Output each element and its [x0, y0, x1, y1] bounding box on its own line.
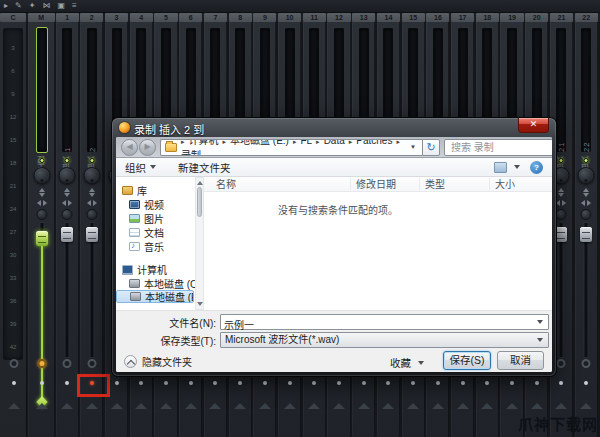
breadcrumb-segment[interactable]: 录制 — [179, 150, 203, 156]
mixer-header-track-7[interactable]: 7 — [204, 13, 227, 22]
sidebar-item-videos[interactable]: 视频 — [116, 197, 195, 211]
close-button[interactable]: ✕ — [518, 118, 549, 133]
mixer-header-track-16[interactable]: 16 — [426, 13, 449, 22]
mixer-header-track-10[interactable]: 10 — [278, 13, 301, 22]
save-button[interactable]: 保存(S) — [443, 351, 491, 370]
fader-cap[interactable] — [555, 227, 567, 242]
record-arm-dot[interactable] — [288, 381, 292, 385]
sidebar-item-disk[interactable]: 本地磁盘 (C:) — [116, 276, 195, 290]
column-header-1[interactable]: 名称 — [216, 177, 236, 192]
record-arm-dot[interactable] — [189, 381, 193, 385]
pan-knob[interactable] — [59, 167, 76, 184]
window-icon[interactable]: ▣ — [57, 0, 65, 12]
record-arm-dot[interactable] — [164, 381, 168, 385]
record-arm-dot[interactable] — [362, 381, 366, 385]
mixer-header-track-13[interactable]: 13 — [352, 13, 375, 22]
star-icon[interactable]: ✦ — [29, 0, 36, 12]
strip-collapse-triangle[interactable] — [36, 403, 48, 409]
strip-collapse-triangle[interactable] — [481, 403, 493, 409]
mixer-header-track-11[interactable]: 11 — [303, 13, 326, 22]
record-arm-dot[interactable] — [115, 381, 119, 385]
record-arm-dot[interactable] — [312, 381, 316, 385]
nudge-arrows-icon[interactable] — [87, 187, 97, 199]
strip-collapse-triangle[interactable] — [432, 403, 444, 409]
fader-cap[interactable] — [580, 227, 592, 242]
mixer-header-track-20[interactable]: 20 — [525, 13, 548, 22]
stereo-sep-knob[interactable] — [581, 209, 592, 220]
hide-folders-button[interactable]: 隐藏文件夹 — [124, 354, 192, 369]
mixer-header-track-6[interactable]: 6 — [179, 13, 202, 22]
pointer-icon[interactable]: ▸ — [4, 0, 8, 12]
enable-led[interactable] — [584, 158, 589, 163]
fader-cap[interactable] — [36, 231, 48, 246]
fx-slot-icon[interactable] — [9, 359, 18, 368]
record-arm-dot[interactable] — [12, 381, 16, 385]
strip-collapse-triangle[interactable] — [86, 403, 98, 409]
refresh-button[interactable]: ↻ — [422, 139, 440, 156]
record-arm-dot[interactable] — [238, 381, 242, 385]
record-arm-dot[interactable] — [40, 381, 44, 385]
breadcrumb-dropdown-icon[interactable]: ▼ — [406, 144, 420, 150]
breadcrumb-segment[interactable]: FL — [298, 139, 314, 147]
fx-slot-icon[interactable] — [87, 359, 96, 368]
filename-input[interactable] — [221, 318, 548, 332]
new-folder-button[interactable]: 新建文件夹 — [178, 160, 231, 175]
strip-collapse-triangle[interactable] — [555, 403, 567, 409]
strip-collapse-triangle[interactable] — [160, 403, 172, 409]
sidebar-item-pictures[interactable]: 图片 — [116, 211, 195, 225]
fx-slot-icon[interactable] — [557, 359, 566, 368]
scroll-up-icon[interactable] — [197, 181, 203, 185]
column-header-2[interactable]: 修改日期 — [356, 177, 396, 192]
sidebar-scrollbar[interactable] — [195, 177, 204, 310]
cancel-button[interactable]: 取消 — [497, 351, 544, 370]
nudge-arrows-icon[interactable] — [37, 187, 47, 199]
mixer-header-track-22[interactable]: 22 — [575, 13, 598, 22]
mixer-header-track-4[interactable]: 4 — [130, 13, 153, 22]
record-arm-dot[interactable] — [535, 381, 539, 385]
column-header-4[interactable]: 大小 — [495, 177, 515, 192]
mixer-header-track-17[interactable]: 17 — [451, 13, 474, 22]
fader-cap[interactable] — [61, 227, 73, 242]
breadcrumb-segment[interactable]: Data — [322, 139, 347, 147]
record-arm-dot[interactable] — [559, 381, 563, 385]
scrollbar-thumb[interactable] — [197, 187, 202, 217]
mixer-strip-insert-22[interactable]: 插入 22 — [575, 22, 598, 437]
stereo-sep-knob[interactable] — [36, 209, 47, 220]
mixer-header-track-1[interactable]: 1 — [56, 13, 79, 22]
breadcrumb-field[interactable]: ▸计算机▸本地磁盘 (E:)▸FL▸Data▸Patches▸录制 ▼ — [160, 139, 422, 156]
sliders-icon[interactable]: ≡ — [72, 0, 77, 12]
nudge-arrows-icon[interactable] — [581, 187, 591, 199]
help-button[interactable]: ? — [530, 161, 543, 174]
sidebar-item-music[interactable]: 音乐 — [116, 239, 195, 253]
sidebar-item-disk-selected[interactable]: 本地磁盘 (E:) — [116, 290, 194, 303]
record-arm-dot[interactable] — [461, 381, 465, 385]
scroll-down-icon[interactable] — [197, 302, 203, 306]
enable-led[interactable] — [559, 158, 564, 163]
nudge-arrows-icon[interactable] — [556, 187, 566, 199]
sidebar-item-computer[interactable]: 计算机 — [116, 262, 195, 276]
search-input[interactable] — [449, 141, 552, 154]
mixer-header-track-21[interactable]: 21 — [550, 13, 573, 22]
nudge-arrows-icon[interactable] — [62, 187, 72, 199]
record-arm-dot[interactable] — [411, 381, 415, 385]
record-arm-dot[interactable] — [65, 381, 69, 385]
strip-collapse-triangle[interactable] — [234, 403, 246, 409]
strip-collapse-triangle[interactable] — [506, 403, 518, 409]
strip-collapse-triangle[interactable] — [580, 403, 592, 409]
strip-collapse-triangle[interactable] — [259, 403, 271, 409]
breadcrumb-segment[interactable]: 本地磁盘 (E:) — [228, 139, 291, 147]
mixer-header-track-2[interactable]: 2 — [80, 13, 103, 22]
mixer-header-track-9[interactable]: 9 — [253, 13, 276, 22]
mixer-header-track-3[interactable]: 3 — [105, 13, 128, 22]
filetype-select[interactable]: Microsoft 波形文件(*.wav) — [220, 332, 549, 348]
strip-collapse-triangle[interactable] — [457, 403, 469, 409]
organize-button[interactable]: 组织 — [125, 160, 156, 175]
favorite-split-button[interactable]: 收藏 — [390, 355, 424, 370]
record-arm-dot[interactable] — [436, 381, 440, 385]
strip-collapse-triangle[interactable] — [8, 403, 20, 409]
strip-collapse-triangle[interactable] — [407, 403, 419, 409]
stereo-sep-knob[interactable] — [556, 209, 567, 220]
pencil-icon[interactable]: ✎ — [15, 0, 22, 12]
column-header-3[interactable]: 类型 — [425, 177, 445, 192]
enable-led[interactable] — [89, 158, 94, 163]
